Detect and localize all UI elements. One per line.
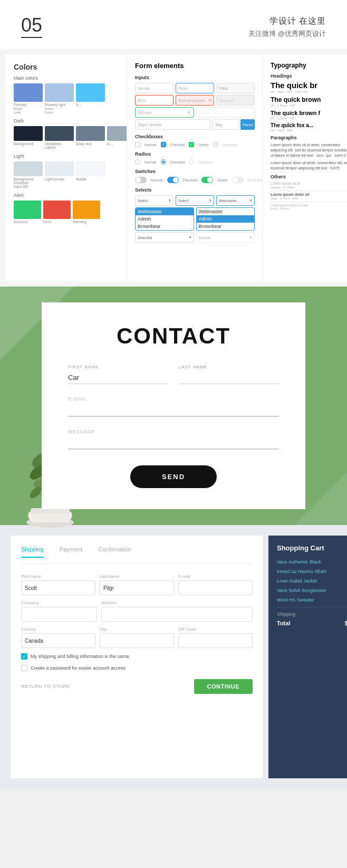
ui-preview-section: Colors Main colors PrimaryBrandLinks Pri… <box>0 49 347 287</box>
radio-disabled <box>189 159 194 165</box>
cart-title: Shopping Cart <box>277 544 347 552</box>
firstname-group: First name <box>21 574 95 595</box>
alert-label: Alert <box>14 193 118 198</box>
lastname-input[interactable] <box>179 371 279 384</box>
cb-checked[interactable]: ✓ <box>161 142 166 147</box>
checkout-lastname[interactable] <box>100 580 174 595</box>
radio-normal[interactable] <box>135 159 140 165</box>
heading-h2: The quick brown <box>271 96 347 103</box>
checkout-email[interactable] <box>178 580 253 595</box>
cart-item-name-5: Wool HS Sweater <box>277 597 347 603</box>
lastname-label: Last name <box>100 574 174 579</box>
other-2: Lorem ipsum dolor sitlabel · 0.7rem · 60… <box>271 193 347 202</box>
checkout-city[interactable] <box>100 633 174 648</box>
return-link[interactable]: RETURN TO STORE <box>21 684 70 689</box>
cart-item-1: Vans Authentic Black $35 <box>277 559 347 565</box>
message-input[interactable] <box>68 436 279 449</box>
send-button[interactable]: SEND <box>130 465 217 488</box>
contact-firstname-group: FIRST NAME <box>68 365 168 384</box>
swatch-primary-light-color <box>45 83 74 102</box>
firstname-label: FIRST NAME <box>68 365 168 369</box>
header: 05 学设计 在这里 关注微博 @优秀网页设计 <box>0 0 347 49</box>
password-label: Create a password for easier account acc… <box>31 665 126 671</box>
email-input[interactable] <box>68 404 279 416</box>
address-group: Address <box>101 600 253 622</box>
switch-normal[interactable] <box>135 177 147 183</box>
radio-checked[interactable] <box>161 159 166 165</box>
header-tagline1: 学设计 在这里 <box>248 16 326 27</box>
dropdown-list1[interactable]: Webmaster Admin Brownbear <box>135 207 194 231</box>
swatch-primary-color <box>14 83 43 102</box>
swatch-primary-light: Primary lightActiveFocus <box>45 83 74 114</box>
input-way[interactable]: Way <box>213 119 239 130</box>
alert-color-row: Success Error Warning <box>14 201 118 224</box>
firstname-label: First name <box>21 574 95 579</box>
heading-h3: The quick brown f <box>271 110 347 116</box>
paragraphs-label: Paragraphs <box>271 135 347 140</box>
checkout-row-3: Country Canada City ZIP Code <box>21 627 253 648</box>
checkout-country[interactable]: Canada <box>21 633 95 648</box>
light-label: Light <box>14 154 118 159</box>
company-label: Company <box>21 600 97 605</box>
switch-green[interactable] <box>201 177 213 183</box>
header-number: 05 <box>21 16 42 38</box>
input-filled[interactable]: Filled <box>216 83 255 93</box>
city-group: City <box>100 627 174 648</box>
input-focus[interactable]: Focus <box>176 83 214 93</box>
message-label: MESSAGE <box>68 425 279 436</box>
cart-item-name-4: Vans Solvit Sunglasses <box>277 588 347 593</box>
swatch-primary: PrimaryBrandLinks <box>14 83 43 114</box>
country-label: Country <box>21 627 95 632</box>
tab-shipping[interactable]: Shipping <box>21 546 44 558</box>
cart-item-name-2: KeepCup Heamo #E4H <box>277 569 347 574</box>
checkout-company[interactable] <box>21 607 97 622</box>
input-error[interactable]: Error <box>135 95 174 106</box>
cart-shipping-row: Shipping $0 <box>277 612 347 617</box>
switch-on[interactable] <box>167 177 179 183</box>
input-object[interactable]: Object Normal <box>135 119 210 130</box>
contact-name-row: FIRST NAME LAST NAME <box>68 365 279 384</box>
zip-group: ZIP Code <box>178 627 253 648</box>
input-dashed[interactable]: - - - - - - - - - - <box>196 107 255 118</box>
select-open[interactable]: Select▾ <box>176 195 214 206</box>
main-colors-label: Main colors <box>14 75 118 81</box>
email-label: E-MAIL <box>68 392 279 404</box>
checkout-zip[interactable] <box>178 633 253 648</box>
billing-same-checkbox[interactable]: ✓ <box>21 653 27 660</box>
firstname-input[interactable] <box>68 371 168 384</box>
zip-label: ZIP Code <box>178 627 253 632</box>
tab-payment[interactable]: Payment <box>60 546 82 558</box>
password-checkbox[interactable] <box>21 665 27 671</box>
input-success[interactable]: Success✓ <box>135 107 194 118</box>
cb-normal[interactable] <box>135 142 140 147</box>
dark-label: Dark <box>14 118 118 123</box>
checkout-firstname[interactable] <box>21 580 95 595</box>
tab-confirmation[interactable]: Confirmation <box>98 546 131 558</box>
dropdown-list2[interactable]: Webmaster Admin Brownbear <box>196 207 255 231</box>
cart-item-name-1: Vans Authentic Black <box>277 559 347 565</box>
cb-green[interactable]: ✓ <box>189 142 194 147</box>
country-group: Country Canada <box>21 627 95 648</box>
checkout-address[interactable] <box>101 607 253 622</box>
input-normal[interactable]: Normal <box>135 83 174 93</box>
focus-button[interactable]: Focus <box>240 119 255 130</box>
billing-same-label: My shipping and billing information is t… <box>31 654 130 659</box>
checkboxes-row: Normal ✓Checked ✓Green Disabled <box>135 142 255 147</box>
select-normal[interactable]: Select▾ <box>135 195 174 206</box>
shipping-label: Shipping <box>277 612 295 617</box>
cart-total-row: Total $186 <box>277 620 347 626</box>
switch-disabled <box>232 177 244 183</box>
select-webmaster[interactable]: Webmaste...▾ <box>216 195 255 206</box>
select-selected[interactable]: Selected▾ <box>135 232 194 243</box>
heading-h1: The quick br <box>271 81 347 90</box>
contact-section: CONTACT FIRST NAME LAST NAME E-MAIL MESS… <box>0 287 347 525</box>
others-label: Others <box>271 174 347 179</box>
input-error-processed[interactable]: Error processed⚠ <box>176 95 214 106</box>
continue-button[interactable]: CONTINUE <box>194 679 253 694</box>
inputs-row1: Normal Focus Filled <box>135 83 255 93</box>
paragraph-1: Lorem ipsum dolor sit ut amet, consectet… <box>271 142 347 158</box>
contact-lastname-group: LAST NAME <box>179 365 279 384</box>
inputs-row2: Error Error processed⚠ Disabled <box>135 95 255 106</box>
inputs-label: Inputs <box>135 75 255 80</box>
swatch-s: S... <box>76 83 105 114</box>
